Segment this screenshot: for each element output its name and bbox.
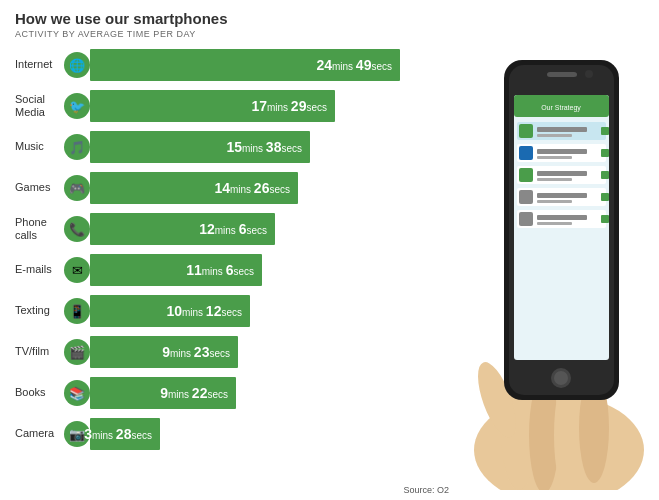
bar-icon-8: 📚 xyxy=(64,380,90,406)
bar-container-3: 14mins 26secs xyxy=(90,172,465,204)
label-area-3: Games🎮 xyxy=(15,175,90,201)
bar-icon-5: ✉ xyxy=(64,257,90,283)
bar-fill-3: 14mins 26secs xyxy=(90,172,298,204)
bar-icon-2: 🎵 xyxy=(64,134,90,160)
bar-fill-1: 17mins 29secs xyxy=(90,90,335,122)
label-area-1: SocialMedia🐦 xyxy=(15,93,90,119)
bar-label-4: Phonecalls xyxy=(15,216,60,242)
bar-value-0: 24mins 49secs xyxy=(316,57,392,73)
svg-rect-31 xyxy=(519,190,533,204)
bar-icon-7: 🎬 xyxy=(64,339,90,365)
bar-row-2: Music🎵15mins 38secs xyxy=(15,129,465,165)
chart-title: How we use our smartphones xyxy=(15,10,465,27)
bar-value-9: 3mins 28secs xyxy=(84,426,152,442)
bar-fill-5: 11mins 6secs xyxy=(90,254,262,286)
svg-rect-33 xyxy=(537,200,572,203)
svg-rect-28 xyxy=(537,178,572,181)
svg-rect-39 xyxy=(601,215,609,223)
label-area-4: Phonecalls📞 xyxy=(15,216,90,242)
bar-value-7: 9mins 23secs xyxy=(162,344,230,360)
bar-fill-8: 9mins 22secs xyxy=(90,377,236,409)
svg-rect-27 xyxy=(537,171,587,176)
bar-container-0: 24mins 49secs xyxy=(90,49,465,81)
label-area-7: TV/film🎬 xyxy=(15,339,90,365)
bar-icon-6: 📱 xyxy=(64,298,90,324)
bar-label-2: Music xyxy=(15,140,60,153)
bar-label-7: TV/film xyxy=(15,345,60,358)
bar-icon-1: 🐦 xyxy=(64,93,90,119)
bar-label-1: SocialMedia xyxy=(15,93,60,119)
bar-label-6: Texting xyxy=(15,304,60,317)
bar-container-4: 12mins 6secs xyxy=(90,213,465,245)
label-area-0: Internet🌐 xyxy=(15,52,90,78)
svg-rect-16 xyxy=(519,124,533,138)
bar-row-4: Phonecalls📞12mins 6secs xyxy=(15,211,465,247)
bar-row-9: Camera📷3mins 28secs xyxy=(15,416,465,452)
chart-subtitle: ACTIVITY BY AVERAGE TIME PER DAY xyxy=(15,29,465,39)
bar-container-8: 9mins 22secs xyxy=(90,377,465,409)
bar-value-4: 12mins 6secs xyxy=(199,221,267,237)
chart-container: How we use our smartphones ACTIVITY BY A… xyxy=(0,0,480,467)
svg-rect-26 xyxy=(519,168,533,182)
bar-row-8: Books📚9mins 22secs xyxy=(15,375,465,411)
bar-fill-6: 10mins 12secs xyxy=(90,295,250,327)
bar-value-5: 11mins 6secs xyxy=(186,262,254,278)
bar-label-8: Books xyxy=(15,386,60,399)
label-area-6: Texting📱 xyxy=(15,298,90,324)
bar-value-3: 14mins 26secs xyxy=(214,180,290,196)
label-area-9: Camera📷 xyxy=(15,421,90,447)
svg-point-10 xyxy=(585,70,593,78)
bar-container-9: 3mins 28secs xyxy=(90,418,465,450)
svg-rect-19 xyxy=(601,127,609,135)
svg-rect-36 xyxy=(519,212,533,226)
bar-label-9: Camera xyxy=(15,427,60,440)
bar-row-1: SocialMedia🐦17mins 29secs xyxy=(15,88,465,124)
bar-icon-4: 📞 xyxy=(64,216,90,242)
label-area-5: E-mails✉ xyxy=(15,257,90,283)
svg-text:Our Strategy: Our Strategy xyxy=(541,104,581,112)
svg-rect-9 xyxy=(547,72,577,77)
svg-rect-32 xyxy=(537,193,587,198)
bar-label-0: Internet xyxy=(15,58,60,71)
bar-value-6: 10mins 12secs xyxy=(166,303,242,319)
svg-rect-34 xyxy=(601,193,609,201)
svg-rect-29 xyxy=(601,171,609,179)
phone-illustration: Our Strategy xyxy=(459,30,659,480)
svg-rect-37 xyxy=(537,215,587,220)
bar-container-1: 17mins 29secs xyxy=(90,90,465,122)
svg-rect-18 xyxy=(537,134,572,137)
bar-row-0: Internet🌐24mins 49secs xyxy=(15,47,465,83)
bar-value-1: 17mins 29secs xyxy=(251,98,327,114)
bar-row-5: E-mails✉11mins 6secs xyxy=(15,252,465,288)
svg-rect-17 xyxy=(537,127,587,132)
bar-icon-3: 🎮 xyxy=(64,175,90,201)
bar-row-7: TV/film🎬9mins 23secs xyxy=(15,334,465,370)
bar-fill-7: 9mins 23secs xyxy=(90,336,238,368)
svg-rect-22 xyxy=(537,149,587,154)
bar-row-3: Games🎮14mins 26secs xyxy=(15,170,465,206)
bar-container-5: 11mins 6secs xyxy=(90,254,465,286)
svg-rect-24 xyxy=(601,149,609,157)
svg-rect-38 xyxy=(537,222,572,225)
bar-value-2: 15mins 38secs xyxy=(226,139,302,155)
bar-fill-4: 12mins 6secs xyxy=(90,213,275,245)
source-label: Source: O2 xyxy=(403,485,449,495)
bar-label-3: Games xyxy=(15,181,60,194)
svg-rect-23 xyxy=(537,156,572,159)
bar-fill-9: 3mins 28secs xyxy=(90,418,160,450)
bar-value-8: 9mins 22secs xyxy=(160,385,228,401)
bar-fill-2: 15mins 38secs xyxy=(90,131,310,163)
bar-container-2: 15mins 38secs xyxy=(90,131,465,163)
bar-container-7: 9mins 23secs xyxy=(90,336,465,368)
bar-fill-0: 24mins 49secs xyxy=(90,49,400,81)
bar-icon-0: 🌐 xyxy=(64,52,90,78)
bar-container-6: 10mins 12secs xyxy=(90,295,465,327)
label-area-2: Music🎵 xyxy=(15,134,90,160)
label-area-8: Books📚 xyxy=(15,380,90,406)
svg-rect-21 xyxy=(519,146,533,160)
bars-container: Internet🌐24mins 49secsSocialMedia🐦17mins… xyxy=(15,47,465,452)
bar-row-6: Texting📱10mins 12secs xyxy=(15,293,465,329)
svg-point-12 xyxy=(554,371,568,385)
bar-label-5: E-mails xyxy=(15,263,60,276)
